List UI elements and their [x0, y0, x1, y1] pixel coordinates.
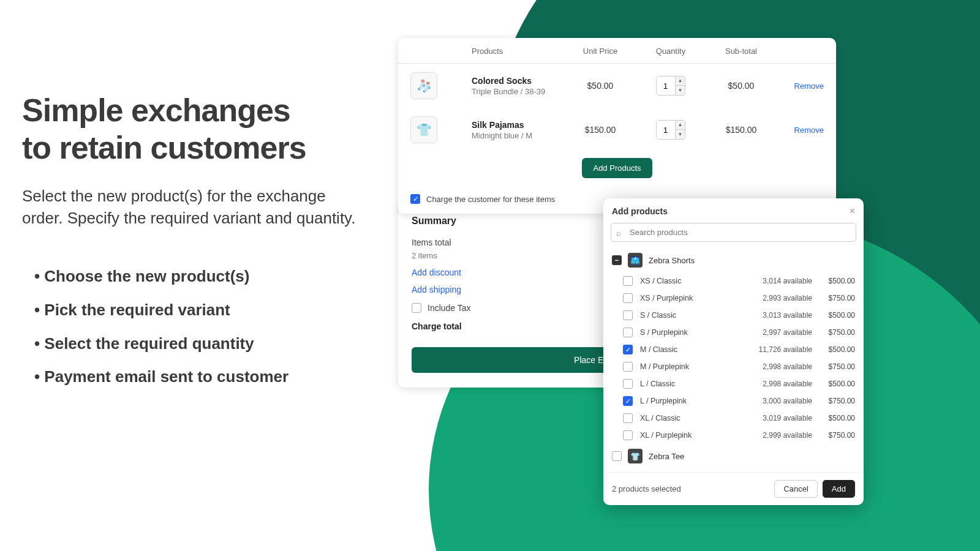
variant-name: M / Classic: [640, 345, 751, 354]
charge-checkbox[interactable]: ✓: [410, 194, 420, 204]
qty-down-icon[interactable]: ▼: [676, 86, 685, 96]
charge-label: Charge the customer for these items: [426, 195, 555, 204]
table-row: 🧦 Colored SocksTriple Bundle / 38-39 $50…: [398, 64, 836, 108]
variant-checkbox[interactable]: [623, 362, 633, 372]
product-name: Colored Socks: [472, 76, 567, 86]
product-thumb: 👕: [410, 116, 437, 143]
variant-row[interactable]: M / Purplepink 2,998 available $750.00: [603, 358, 864, 375]
variant-price: $500.00: [812, 277, 855, 285]
variant-name: XL / Purplepink: [640, 431, 751, 440]
remove-link[interactable]: Remove: [794, 126, 824, 135]
variant-name: XS / Classic: [640, 277, 751, 285]
variant-row[interactable]: ✓ L / Purplepink 3,000 available $750.00: [603, 392, 864, 410]
variant-checkbox[interactable]: [623, 430, 633, 440]
variant-name: L / Classic: [640, 380, 751, 388]
headline: Simple exchangesto retain customers: [22, 92, 365, 167]
variant-checkbox[interactable]: [623, 310, 633, 320]
include-tax-checkbox[interactable]: [412, 303, 421, 313]
unit-price: $50.00: [567, 81, 634, 91]
subheadline: Select the new product(s) for the exchan…: [22, 186, 365, 230]
variant-row[interactable]: ✓ M / Classic 11,726 available $500.00: [603, 341, 864, 358]
variant-price: $750.00: [812, 328, 855, 337]
qty-down-icon[interactable]: ▼: [676, 130, 685, 140]
product-checkbox[interactable]: [612, 451, 622, 461]
variant-row[interactable]: S / Classic 3,013 available $500.00: [603, 307, 864, 324]
variant-available: 2,999 available: [751, 431, 812, 440]
variant-name: M / Purplepink: [640, 362, 751, 371]
product-checkbox-indeterminate[interactable]: −: [612, 255, 622, 265]
variant-checkbox[interactable]: [623, 413, 633, 423]
marketing-copy: Simple exchangesto retain customers Sele…: [22, 92, 365, 394]
add-products-modal: Add products × ⌕ − 🩳 Zebra Shorts XS / C…: [603, 198, 864, 505]
variant-price: $750.00: [812, 294, 855, 302]
variant-available: 3,013 available: [751, 311, 812, 320]
products-card: Products Unit Price Quantity Sub-total 🧦…: [398, 38, 836, 214]
add-products-button[interactable]: Add Products: [582, 158, 652, 178]
variant-checkbox[interactable]: [623, 328, 633, 337]
product-name: Zebra Tee: [649, 452, 684, 461]
qty-up-icon[interactable]: ▲: [676, 120, 685, 130]
product-thumb-icon: 🩳: [628, 253, 643, 268]
table-row: 👕 Silk PajamasMidnight blue / M $150.00 …: [398, 108, 836, 152]
variant-available: 3,019 available: [751, 414, 812, 422]
variant-row[interactable]: XS / Purplepink 2,993 available $750.00: [603, 290, 864, 307]
variant-available: 11,726 available: [751, 345, 812, 354]
col-unit-price: Unit Price: [567, 47, 634, 56]
product-name: Zebra Shorts: [649, 256, 695, 265]
variant-checkbox[interactable]: ✓: [623, 345, 633, 354]
variant-available: 2,998 available: [751, 362, 812, 371]
variant-name: S / Purplepink: [640, 328, 751, 337]
quantity-input[interactable]: [657, 121, 675, 139]
variant-available: 2,998 available: [751, 380, 812, 388]
variant-price: $500.00: [812, 380, 855, 388]
search-input[interactable]: [611, 223, 856, 242]
bullet-item: Select the required quantity: [34, 327, 365, 361]
product-thumb: 🧦: [410, 72, 437, 99]
bullet-list: Choose the new product(s) Pick the requi…: [22, 260, 365, 393]
variant-available: 2,997 available: [751, 328, 812, 337]
unit-price: $150.00: [567, 125, 634, 135]
subtotal: $50.00: [707, 81, 775, 91]
variant-row[interactable]: XL / Classic 3,019 available $500.00: [603, 410, 864, 427]
product-name: Silk Pajamas: [472, 120, 567, 130]
variant-row[interactable]: XS / Classic 3,014 available $500.00: [603, 272, 864, 290]
product-variant: Triple Bundle / 38-39: [472, 87, 567, 96]
variant-checkbox[interactable]: [623, 379, 633, 389]
variant-row[interactable]: XL / Purplepink 2,999 available $750.00: [603, 427, 864, 444]
variant-available: 3,014 available: [751, 277, 812, 285]
variant-row[interactable]: S / Purplepink 2,997 available $750.00: [603, 324, 864, 341]
add-button[interactable]: Add: [823, 480, 855, 498]
selected-count: 2 products selected: [612, 484, 681, 493]
product-group-header[interactable]: − 🩳 Zebra Shorts: [603, 248, 864, 272]
quantity-stepper[interactable]: ▲▼: [656, 76, 686, 96]
close-icon[interactable]: ×: [850, 206, 855, 217]
quantity-stepper[interactable]: ▲▼: [656, 120, 686, 140]
col-quantity: Quantity: [634, 47, 707, 56]
bullet-item: Payment email sent to customer: [34, 360, 365, 394]
variant-price: $750.00: [812, 431, 855, 440]
col-subtotal: Sub-total: [707, 47, 775, 56]
search-icon: ⌕: [616, 228, 621, 237]
qty-up-icon[interactable]: ▲: [676, 76, 685, 86]
variant-price: $750.00: [812, 397, 855, 405]
subtotal: $150.00: [707, 125, 775, 135]
cancel-button[interactable]: Cancel: [774, 480, 817, 498]
variant-price: $500.00: [812, 414, 855, 422]
variant-price: $500.00: [812, 311, 855, 320]
variant-row[interactable]: L / Classic 2,998 available $500.00: [603, 375, 864, 392]
col-products: Products: [472, 47, 567, 56]
product-group-header[interactable]: 👕 Zebra Tee: [603, 444, 864, 468]
modal-title: Add products: [612, 206, 668, 216]
variant-checkbox[interactable]: [623, 276, 633, 286]
variant-price: $500.00: [812, 345, 855, 354]
quantity-input[interactable]: [657, 77, 675, 95]
remove-link[interactable]: Remove: [794, 81, 824, 91]
bullet-item: Choose the new product(s): [34, 260, 365, 293]
product-variant: Midnight blue / M: [472, 131, 567, 140]
bullet-item: Pick the required variant: [34, 293, 365, 327]
variant-checkbox[interactable]: ✓: [623, 396, 633, 406]
variant-checkbox[interactable]: [623, 293, 633, 303]
variant-available: 3,000 available: [751, 397, 812, 405]
variant-name: S / Classic: [640, 311, 751, 320]
variant-name: XL / Classic: [640, 414, 751, 422]
